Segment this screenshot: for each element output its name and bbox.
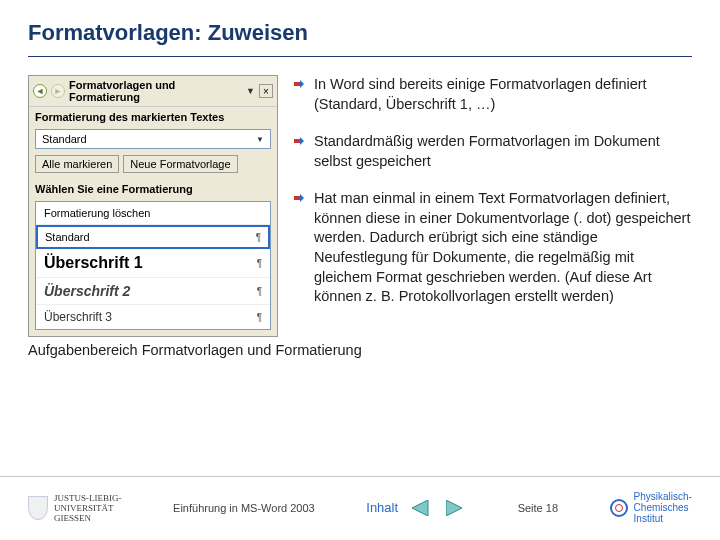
task-pane: ◄ ► Formatvorlagen und Formatierung ▼ × … — [28, 75, 278, 337]
seal-icon — [28, 496, 48, 520]
bullet-text: Standardmäßig werden Formatvorlagen im D… — [314, 132, 692, 171]
prev-slide-button[interactable] — [412, 500, 432, 516]
uni-line2: UNIVERSITÄT — [54, 503, 122, 513]
bullet-text: Hat man einmal in einem Text Formatvorla… — [314, 189, 692, 306]
list-item-label: Überschrift 2 — [44, 283, 130, 299]
list-item-label: Überschrift 1 — [44, 254, 143, 272]
pane-title: Formatvorlagen und Formatierung — [69, 79, 242, 103]
next-slide-button[interactable] — [446, 500, 466, 516]
paragraph-icon: ¶ — [257, 286, 262, 297]
inst-line3: Institut — [634, 513, 692, 524]
svg-rect-0 — [294, 82, 300, 86]
svg-marker-6 — [412, 500, 428, 516]
paragraph-icon: ¶ — [257, 312, 262, 323]
list-item-h3[interactable]: Überschrift 3 ¶ — [36, 305, 270, 329]
bullet-icon — [294, 194, 304, 306]
list-item-standard[interactable]: Standard ¶ — [36, 225, 270, 249]
page-number: Seite 18 — [518, 502, 558, 514]
inst-line2: Chemisches — [634, 502, 692, 513]
bullet-item: Hat man einmal in einem Text Formatvorla… — [294, 189, 692, 306]
section-selected-format: Formatierung des markierten Textes — [29, 107, 277, 127]
new-style-button[interactable]: Neue Formatvorlage — [123, 155, 237, 173]
chevron-down-icon[interactable]: ▼ — [256, 135, 264, 144]
section-choose-format: Wählen Sie eine Formatierung — [29, 179, 277, 199]
list-item-label: Formatierung löschen — [44, 207, 150, 219]
svg-rect-2 — [294, 139, 300, 143]
uni-line1: JUSTUS-LIEBIG- — [54, 493, 122, 503]
svg-marker-3 — [300, 137, 304, 145]
paragraph-icon: ¶ — [257, 258, 262, 269]
divider — [28, 56, 692, 57]
bullet-icon — [294, 80, 304, 114]
footer: JUSTUS-LIEBIG- UNIVERSITÄT GIESSEN Einfü… — [0, 476, 720, 532]
paragraph-icon: ¶ — [256, 232, 261, 243]
slide-title: Formatvorlagen: Zuweisen — [28, 20, 692, 46]
svg-rect-4 — [294, 196, 300, 200]
institute-logo: Physikalisch- Chemisches Institut — [610, 491, 692, 524]
uni-line3: GIESSEN — [54, 513, 122, 523]
list-item-label: Überschrift 3 — [44, 310, 112, 324]
back-icon[interactable]: ◄ — [33, 84, 47, 98]
bullet-text: In Word sind bereits einige Formatvorlag… — [314, 75, 692, 114]
list-item-h1[interactable]: Überschrift 1 ¶ — [36, 249, 270, 278]
current-style-text: Standard — [42, 133, 87, 145]
bullet-list: In Word sind bereits einige Formatvorlag… — [294, 75, 692, 337]
bullet-icon — [294, 137, 304, 171]
svg-marker-1 — [300, 80, 304, 88]
bullet-item: Standardmäßig werden Formatvorlagen im D… — [294, 132, 692, 171]
university-logo: JUSTUS-LIEBIG- UNIVERSITÄT GIESSEN — [28, 493, 122, 523]
current-style-input[interactable]: Standard ▼ — [35, 129, 271, 149]
figure-caption: Aufgabenbereich Formatvorlagen und Forma… — [28, 341, 692, 360]
forward-icon[interactable]: ► — [51, 84, 65, 98]
style-list: Formatierung löschen Standard ¶ Überschr… — [35, 201, 271, 330]
list-item-label: Standard — [45, 231, 90, 243]
list-item-clear[interactable]: Formatierung löschen — [36, 202, 270, 225]
inst-line1: Physikalisch- — [634, 491, 692, 502]
list-item-h2[interactable]: Überschrift 2 ¶ — [36, 278, 270, 305]
pane-menu-icon[interactable]: ▼ — [246, 86, 255, 96]
course-name: Einführung in MS-Word 2003 — [173, 502, 315, 514]
select-all-button[interactable]: Alle markieren — [35, 155, 119, 173]
close-icon[interactable]: × — [259, 84, 273, 98]
contents-link[interactable]: Inhalt — [366, 500, 398, 515]
institute-icon — [610, 499, 628, 517]
bullet-item: In Word sind bereits einige Formatvorlag… — [294, 75, 692, 114]
svg-marker-7 — [446, 500, 462, 516]
svg-marker-5 — [300, 194, 304, 202]
